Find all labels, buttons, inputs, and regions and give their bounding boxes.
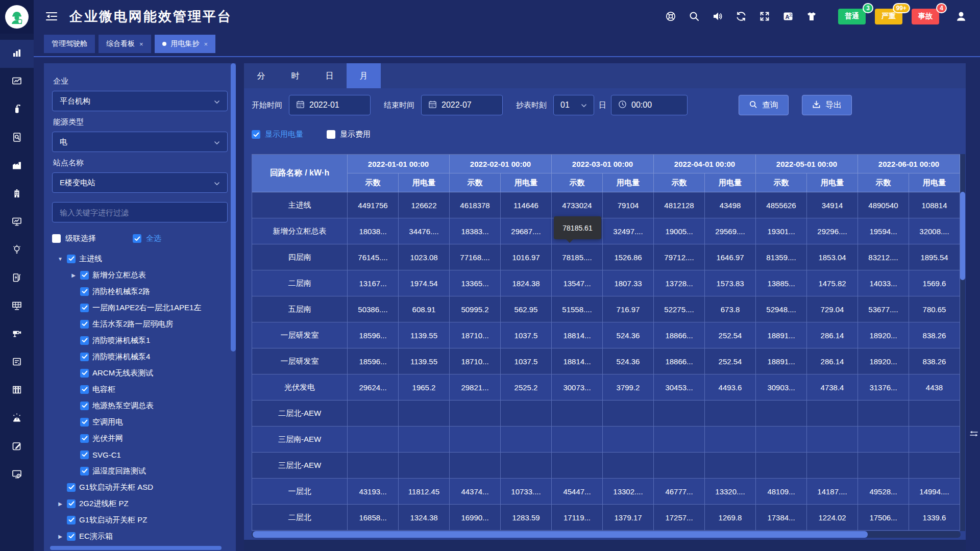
nav-tab-管理驾驶舱[interactable]: 管理驾驶舱 xyxy=(44,35,95,53)
close-icon[interactable]: × xyxy=(139,40,143,48)
checkbox-icon[interactable] xyxy=(80,369,89,378)
rail-item-solar-panel-icon[interactable] xyxy=(0,292,34,320)
panel-horizontal-scrollbar[interactable] xyxy=(50,546,222,550)
rail-item-building-icon[interactable] xyxy=(0,180,34,208)
tree-expander-icon[interactable]: ▶ xyxy=(57,501,63,507)
rail-item-archive-icon[interactable] xyxy=(0,377,34,405)
checkbox-icon[interactable] xyxy=(67,516,76,524)
alarm-button-普通[interactable]: 普通3 xyxy=(838,9,866,24)
checkbox-icon[interactable] xyxy=(67,483,76,492)
period-tab-分[interactable]: 分 xyxy=(244,63,278,88)
refresh-icon[interactable] xyxy=(735,10,747,22)
period-tab-月[interactable]: 月 xyxy=(347,63,381,88)
tree-item[interactable]: G1软启动开关柜 ASD xyxy=(52,479,228,495)
rail-item-factory-icon[interactable] xyxy=(0,152,34,180)
period-tab-时[interactable]: 时 xyxy=(278,63,312,88)
checkbox-icon[interactable] xyxy=(80,320,89,329)
volume-icon[interactable] xyxy=(712,10,724,22)
tree-filter-input[interactable] xyxy=(52,202,228,222)
rail-item-server-icon[interactable] xyxy=(0,348,34,377)
tree-item[interactable]: 电容柜 xyxy=(52,381,228,397)
display-option-显示费用[interactable]: 显示费用 xyxy=(327,130,371,139)
nav-tab-综合看板[interactable]: 综合看板× xyxy=(99,35,151,53)
alarm-button-事故[interactable]: 事故4 xyxy=(912,9,939,24)
checkbox-icon[interactable] xyxy=(80,353,89,361)
tree-item[interactable]: 一层南1APE2右一层北1APE1左 xyxy=(52,299,228,316)
tree-item[interactable]: 消防喷淋机械泵1 xyxy=(52,332,228,348)
tree-item[interactable]: 温湿度回路测试 xyxy=(52,463,228,479)
checkbox-icon[interactable] xyxy=(80,467,89,475)
rail-item-camera-icon[interactable] xyxy=(0,320,34,348)
tree-item[interactable]: SVG-C1 xyxy=(52,446,228,463)
select-all-checkbox[interactable]: 全选 xyxy=(133,234,161,243)
rail-item-monitor-chart-icon[interactable] xyxy=(0,208,34,236)
user-icon[interactable] xyxy=(954,10,968,23)
rail-item-ev-charger-icon[interactable] xyxy=(0,264,34,292)
fullscreen-icon[interactable] xyxy=(758,10,771,22)
export-button[interactable]: 导出 xyxy=(802,95,852,115)
tree-item[interactable]: 空调用电 xyxy=(52,414,228,430)
checkbox-icon[interactable] xyxy=(80,336,89,345)
checkbox-icon[interactable] xyxy=(67,532,76,541)
checkbox-icon[interactable] xyxy=(80,418,89,427)
rail-item-report-search-icon[interactable] xyxy=(0,124,34,152)
value-cell: 252.54 xyxy=(705,322,756,348)
checkbox-icon[interactable] xyxy=(67,255,76,263)
search-button[interactable]: 查询 xyxy=(739,95,789,115)
checkbox-icon[interactable] xyxy=(80,287,89,296)
theme-shirt-icon[interactable] xyxy=(805,10,818,22)
cascade-select-checkbox[interactable]: 级联选择 xyxy=(52,234,133,243)
tree-item[interactable]: 消防喷淋机械泵4 xyxy=(52,348,228,365)
rail-item-edit-icon[interactable] xyxy=(0,433,34,461)
tree-item[interactable]: 光伏并网 xyxy=(52,430,228,446)
tree-expander-icon[interactable]: ▶ xyxy=(57,534,63,539)
rail-item-trend-chart-icon[interactable] xyxy=(0,68,34,96)
tree-item[interactable]: ▶新增分立柜总表 xyxy=(52,267,228,283)
start-time-input[interactable]: 2022-01 xyxy=(289,95,371,115)
tree-item[interactable]: 消防栓机械泵2路 xyxy=(52,283,228,299)
tree-item[interactable]: 生活水泵2路一层弱电房 xyxy=(52,316,228,332)
meter-clock-input[interactable]: 00:00 xyxy=(611,95,688,115)
value-cell: 1824.38 xyxy=(501,270,552,296)
filter-select-站点名称[interactable]: E楼变电站 xyxy=(52,172,228,193)
table-horizontal-scrollbar-thumb[interactable] xyxy=(253,531,868,538)
tree-item[interactable]: ARCM无线表测试 xyxy=(52,365,228,381)
checkbox-icon[interactable] xyxy=(80,402,89,410)
tree-item[interactable]: ▶2G2进线柜 PZ xyxy=(52,495,228,512)
checkbox-icon[interactable] xyxy=(80,385,89,394)
panel-vertical-scrollbar[interactable] xyxy=(231,63,236,352)
tree-item[interactable]: 地源热泵空调总表 xyxy=(52,397,228,414)
filter-select-企业[interactable]: 平台机构 xyxy=(52,91,228,111)
table-vertical-scrollbar-thumb[interactable] xyxy=(960,192,965,280)
rail-item-bulb-icon[interactable] xyxy=(0,236,34,264)
filter-select-能源类型[interactable]: 电 xyxy=(52,132,228,152)
meter-day-select[interactable]: 01 xyxy=(553,95,594,115)
tree-item[interactable]: G1软启动开关柜 PZ xyxy=(52,512,228,528)
drawer-toggle-icon[interactable] xyxy=(969,429,979,439)
rail-item-system-config-icon[interactable] xyxy=(0,461,34,489)
rail-item-fire-extinguisher-icon[interactable] xyxy=(0,96,34,124)
rail-item-bar-chart-icon[interactable] xyxy=(0,40,34,68)
tree-item[interactable]: ▼主进线 xyxy=(52,251,228,267)
checkbox-icon[interactable] xyxy=(80,450,89,459)
value-cell: 50386.... xyxy=(348,296,399,322)
tree-expander-icon[interactable]: ▶ xyxy=(70,272,77,278)
search-icon[interactable] xyxy=(688,10,700,22)
translate-icon[interactable]: A文 xyxy=(782,10,794,22)
checkbox-icon[interactable] xyxy=(80,304,89,312)
close-icon[interactable]: × xyxy=(204,40,208,48)
nav-tab-用电集抄[interactable]: 用电集抄× xyxy=(155,35,216,53)
collapse-menu-icon[interactable] xyxy=(45,10,58,22)
end-time-input[interactable]: 2022-07 xyxy=(421,95,503,115)
checkbox-icon[interactable] xyxy=(80,434,89,443)
checkbox-icon[interactable] xyxy=(80,271,89,280)
tree-item[interactable]: ▶EC演示箱 xyxy=(52,528,228,544)
alarm-label: 事故 xyxy=(918,12,933,21)
tree-expander-icon[interactable]: ▼ xyxy=(57,256,63,262)
display-option-显示用电量[interactable]: 显示用电量 xyxy=(252,130,303,139)
help-icon[interactable] xyxy=(665,10,677,22)
checkbox-icon[interactable] xyxy=(67,499,76,508)
period-tab-日[interactable]: 日 xyxy=(312,63,347,88)
rail-item-alarm-light-icon[interactable] xyxy=(0,405,34,433)
alarm-button-严重[interactable]: 严重99+ xyxy=(875,9,902,24)
